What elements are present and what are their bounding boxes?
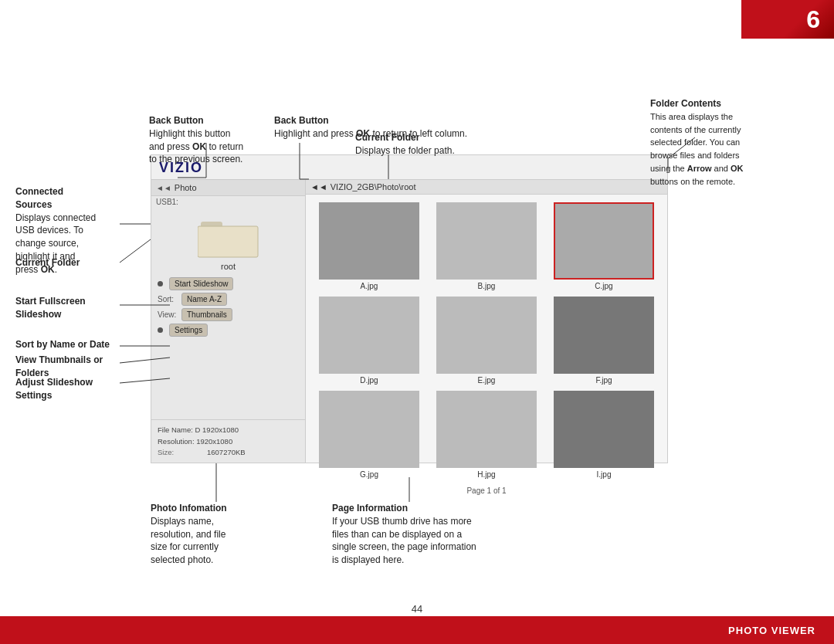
footer-label: PHOTO VIEWER	[728, 625, 815, 636]
current-folder-left-annotation: Current Folder	[15, 256, 80, 269]
thumb-img-e	[436, 297, 537, 374]
settings-bullet	[158, 327, 163, 333]
thumb-item-h[interactable]: H.jpg	[431, 391, 542, 479]
sort-btn[interactable]: Name A-Z	[181, 293, 227, 306]
file-name-row: File Name: D 1920x1080	[158, 425, 299, 436]
tv-ui-container: VIZIO ◄◄ Photo USB1: root	[151, 154, 668, 463]
back-btn-left-annotation: Back Button Highlight this buttonand pre…	[149, 114, 243, 166]
thumb-item-c[interactable]: C.jpg	[548, 202, 659, 290]
top-bar: 6	[741, 0, 834, 39]
current-folder-left-title: Current Folder	[15, 257, 80, 268]
thumb-img-a	[319, 202, 419, 280]
thumb-img-f	[554, 297, 654, 374]
adjust-title: Adjust SlideshowSettings	[15, 377, 93, 401]
sort-row: Sort: Name A-Z	[158, 293, 299, 306]
thumb-label-b: B.jpg	[478, 282, 496, 290]
bottom-bar: PHOTO VIEWER	[0, 616, 834, 644]
folder-name: root	[221, 262, 236, 271]
thumb-img-c	[554, 202, 654, 280]
photo-info-title: Photo Infomation	[151, 503, 227, 514]
left-pane: ◄◄ Photo USB1: root Start Slideshow	[151, 180, 306, 463]
thumb-img-b	[436, 202, 537, 280]
view-label: View:	[158, 310, 179, 319]
thumb-label-d: D.jpg	[360, 376, 378, 385]
left-back-arrow-icon: ◄◄	[156, 184, 171, 192]
path-bar: ◄◄ VIZIO_2GB\Photo\root	[306, 180, 667, 195]
start-slideshow-btn[interactable]: Start Slideshow	[169, 277, 233, 290]
left-back-label: Photo	[175, 183, 197, 192]
view-title: View Thumbnails orFolders	[15, 354, 103, 378]
thumb-label-f: F.jpg	[595, 376, 612, 385]
right-back-arrow-icon[interactable]: ◄◄	[310, 182, 327, 192]
page-info-annotation: Page Information If your USB thumb drive…	[332, 502, 476, 567]
folder-area: root	[151, 208, 305, 274]
page-number: 44	[412, 603, 422, 615]
controls-area: Start Slideshow Sort: Name A-Z View: Thu…	[151, 274, 305, 340]
thumbnail-grid: A.jpg B.jpg C.jpg D.jpg	[306, 195, 667, 486]
back-btn-left-title: Back Button	[149, 115, 204, 126]
path-text: VIZIO_2GB\Photo\root	[331, 182, 416, 192]
thumb-item-e[interactable]: E.jpg	[431, 297, 542, 385]
file-resolution-row: Resolution: 1920x1080	[158, 436, 299, 447]
page-info-text: Page 1 of 1	[306, 486, 667, 498]
thumb-label-g: G.jpg	[360, 470, 378, 479]
file-info: File Name: D 1920x1080 Resolution: 1920x…	[151, 419, 305, 463]
usb-label: USB1:	[151, 196, 305, 208]
thumb-item-g[interactable]: G.jpg	[314, 391, 425, 479]
thumb-item-f[interactable]: F.jpg	[548, 297, 659, 385]
back-btn-left-body: Highlight this buttonand press OK to ret…	[149, 128, 243, 165]
right-pane: ◄◄ VIZIO_2GB\Photo\root A.jpg B.jpg	[306, 180, 667, 463]
view-row: View: Thumbnails	[158, 308, 299, 321]
file-size-value: 1607270KB	[207, 447, 246, 458]
folder-contents-title: Folder Contents	[650, 98, 721, 109]
file-size-row: Size: 1607270KB	[158, 447, 299, 458]
page-info-title: Page Information	[332, 503, 408, 514]
photo-info-annotation: Photo Infomation Displays name,resolutio…	[151, 502, 227, 567]
sort-label: Sort:	[158, 295, 179, 303]
thumb-img-d	[319, 297, 419, 374]
current-folder-right-annotation: Current Folder Displays the folder path.	[355, 131, 455, 158]
tv-panes: ◄◄ Photo USB1: root Start Slideshow	[151, 180, 667, 463]
photo-info-body: Displays name,resolution, and filesize f…	[151, 516, 225, 565]
sort-title: Sort by Name or Date	[15, 339, 110, 350]
thumb-item-a[interactable]: A.jpg	[314, 202, 425, 290]
thumb-label-i: I.jpg	[597, 470, 612, 479]
page-info-body: If your USB thumb drive has morefiles th…	[332, 516, 476, 565]
thumb-label-h: H.jpg	[477, 470, 495, 479]
thumb-item-b[interactable]: B.jpg	[431, 202, 542, 290]
slideshow-bullet	[158, 281, 163, 286]
svg-rect-1	[198, 226, 258, 257]
thumb-label-e: E.jpg	[478, 376, 496, 385]
current-folder-right-title: Current Folder	[355, 132, 419, 143]
thumb-label-c: C.jpg	[595, 282, 612, 290]
settings-btn[interactable]: Settings	[169, 324, 208, 337]
current-folder-right-body: Displays the folder path.	[355, 145, 455, 156]
folder-contents-annotation: Folder Contents This area displays theco…	[650, 97, 743, 188]
thumb-img-g	[319, 391, 419, 468]
folder-icon	[198, 214, 259, 259]
folder-contents-body: This area displays thecontents of the cu…	[650, 112, 743, 186]
thumb-item-d[interactable]: D.jpg	[314, 297, 425, 385]
view-btn[interactable]: Thumbnails	[181, 308, 232, 321]
start-slideshow-title: Start FullscreenSlideshow	[15, 296, 86, 320]
thumb-item-i[interactable]: I.jpg	[548, 391, 659, 479]
start-slideshow-annotation: Start FullscreenSlideshow	[15, 295, 86, 321]
thumb-label-a: A.jpg	[361, 282, 378, 290]
thumb-img-h	[436, 391, 537, 468]
left-back-btn[interactable]: ◄◄ Photo	[151, 180, 305, 196]
file-size-key: Size:	[158, 447, 204, 458]
adjust-annotation: Adjust SlideshowSettings	[15, 376, 93, 402]
page-chapter-number: 6	[806, 5, 820, 34]
back-btn-right-title: Back Button	[274, 115, 329, 126]
thumb-img-i	[554, 391, 654, 468]
connected-sources-title: ConnectedSources	[15, 186, 63, 210]
svg-line-7	[120, 239, 151, 263]
sort-annotation: Sort by Name or Date	[15, 338, 110, 351]
